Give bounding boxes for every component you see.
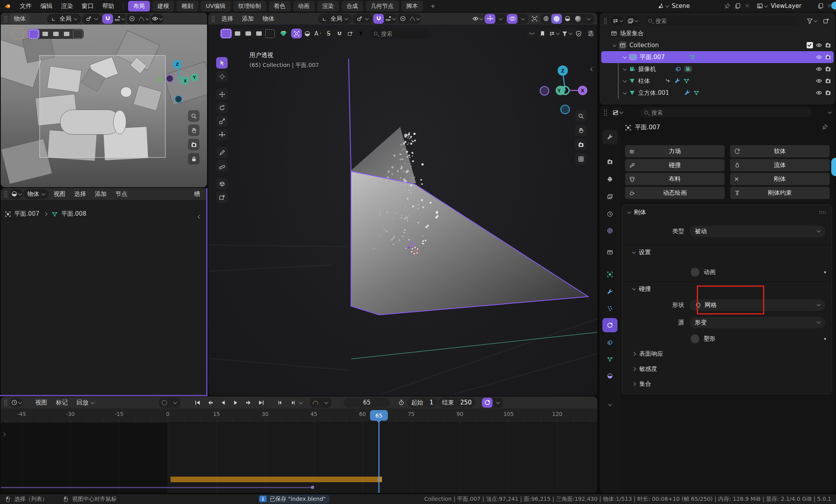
surface-response-section[interactable]: 表面响应	[633, 350, 663, 358]
proportional-toggle[interactable]	[397, 14, 408, 24]
menu-edit[interactable]: 编辑	[36, 1, 56, 11]
search-input[interactable]	[380, 30, 426, 37]
expand-chevron[interactable]	[623, 90, 627, 94]
header-grip[interactable]	[4, 399, 8, 406]
autokey-toggle[interactable]	[159, 398, 170, 408]
render-camera-icon[interactable]	[825, 66, 831, 72]
tab-render[interactable]	[602, 155, 617, 169]
rigid-body-button[interactable]: ✕刚体	[730, 173, 830, 185]
row-collection[interactable]: Collection	[601, 39, 834, 51]
expand-chevron[interactable]	[613, 43, 617, 47]
cloth-button[interactable]: 布料	[625, 173, 725, 185]
lock-view-icon[interactable]	[188, 153, 199, 165]
filter-mesh-toggle[interactable]	[291, 29, 302, 38]
select-mode-extend[interactable]	[40, 29, 50, 39]
timeline-body[interactable]	[1, 423, 597, 493]
tool-measure[interactable]	[216, 160, 228, 172]
play-button[interactable]	[230, 398, 242, 408]
display-mode-select[interactable]	[611, 16, 624, 26]
shading-dropdown[interactable]	[583, 14, 594, 24]
playhead-frame-tag[interactable]: 65	[370, 410, 388, 421]
fluid-button[interactable]: 流体	[730, 159, 830, 171]
panel-expand-chevron[interactable]	[627, 210, 631, 214]
expand-chevron[interactable]	[623, 67, 627, 71]
deforming-toggle[interactable]	[690, 334, 700, 343]
hide-eye-icon[interactable]	[816, 90, 822, 96]
falloff-select[interactable]	[137, 14, 150, 24]
tool-move[interactable]	[216, 88, 228, 100]
pan-hand-icon[interactable]	[188, 125, 199, 136]
shading-rendered[interactable]	[573, 14, 583, 24]
frame-back-button[interactable]	[274, 398, 286, 408]
menu-window[interactable]: 窗口	[78, 1, 98, 11]
shading-solid[interactable]	[551, 14, 562, 24]
scene-name[interactable]: Scene	[672, 2, 723, 10]
row-plane-007-selected[interactable]: 平面.007	[601, 51, 834, 63]
tab-texture-paint[interactable]: 纹理绘制	[233, 1, 267, 11]
shield-icon[interactable]	[573, 29, 584, 38]
tool-scale[interactable]	[216, 115, 228, 127]
timeline-ruler[interactable]: -45-30-150153045607590105120	[1, 408, 597, 423]
select-mode-intersect[interactable]	[264, 29, 276, 38]
jump-to-start-button[interactable]	[192, 398, 203, 408]
pan-hand-icon[interactable]	[575, 125, 587, 136]
filter-id-select[interactable]	[626, 16, 639, 26]
path-data-name[interactable]: 平面.008	[61, 210, 86, 218]
snap-with-select[interactable]	[384, 14, 397, 24]
mode-select[interactable]: 物体	[10, 14, 30, 24]
autokey-options[interactable]	[170, 398, 180, 408]
frame-forward-button[interactable]	[287, 398, 299, 408]
asset-gem-icon[interactable]	[280, 30, 287, 37]
animated-toggle[interactable]	[690, 268, 700, 277]
gizmos-toggle[interactable]	[485, 14, 495, 24]
keying-set-button[interactable]	[482, 398, 493, 408]
camera-view-icon[interactable]	[575, 139, 587, 150]
scene-browse-chevron[interactable]	[665, 4, 669, 8]
tab-rendering[interactable]: 渲染	[317, 1, 339, 11]
tool-cursor[interactable]	[216, 71, 228, 82]
select-mode-invert[interactable]	[61, 29, 72, 39]
animate-property-dot[interactable]	[824, 338, 826, 340]
editor-type-button[interactable]	[10, 189, 23, 199]
tab-physics-active[interactable]	[602, 318, 617, 332]
selected-plane-object[interactable]	[351, 171, 588, 315]
orientation-select[interactable]: 全局	[47, 14, 81, 24]
playhead-line[interactable]	[378, 421, 380, 493]
search-input[interactable]	[651, 109, 808, 116]
tab-animation[interactable]: 动画	[293, 1, 315, 11]
row-cube-001[interactable]: 立方体.001	[601, 87, 834, 99]
loop-toggle[interactable]	[310, 398, 321, 408]
jump-to-end-button[interactable]	[255, 398, 267, 408]
expand-chevron[interactable]	[623, 55, 627, 59]
tool-select-box[interactable]	[216, 57, 228, 69]
panel-drag-dots[interactable]	[819, 211, 826, 214]
animate-property-dot[interactable]	[824, 271, 826, 273]
loop-options[interactable]	[321, 398, 332, 408]
tab-output[interactable]	[602, 172, 617, 186]
menu-object[interactable]: 物体	[259, 14, 278, 24]
header-grip[interactable]	[211, 15, 215, 22]
row-scene-collection[interactable]: 场景集合	[601, 27, 834, 39]
render-camera-icon[interactable]	[825, 42, 831, 48]
filter-snap-toggle[interactable]	[334, 29, 345, 38]
sidebar-collapse-chevron[interactable]	[591, 65, 594, 72]
channels-expand-chevron[interactable]	[2, 430, 5, 437]
pin-id-icon[interactable]	[822, 124, 828, 130]
collections-section[interactable]: 集合	[633, 380, 651, 388]
frame-step-options[interactable]	[299, 400, 303, 404]
select-mode-new[interactable]	[28, 29, 40, 39]
tab-view-layer[interactable]	[602, 190, 617, 204]
row-camera[interactable]: 摄像机	[601, 63, 834, 75]
hide-eye-icon[interactable]	[816, 42, 822, 48]
tool-transform[interactable]	[216, 129, 228, 140]
hide-eye-icon[interactable]	[816, 66, 822, 72]
path-object-name[interactable]: 平面.007	[14, 210, 39, 218]
select-mode-subtract[interactable]	[50, 29, 61, 39]
falloff-select[interactable]	[408, 14, 421, 24]
zoom-icon[interactable]	[575, 110, 587, 122]
filter-funnel-icon[interactable]	[560, 29, 573, 38]
active-tool-icon[interactable]	[12, 29, 24, 39]
gizmos-dropdown[interactable]	[495, 14, 506, 24]
menu-render[interactable]: 渲染	[57, 1, 77, 11]
overlays-toggle[interactable]	[507, 14, 518, 24]
